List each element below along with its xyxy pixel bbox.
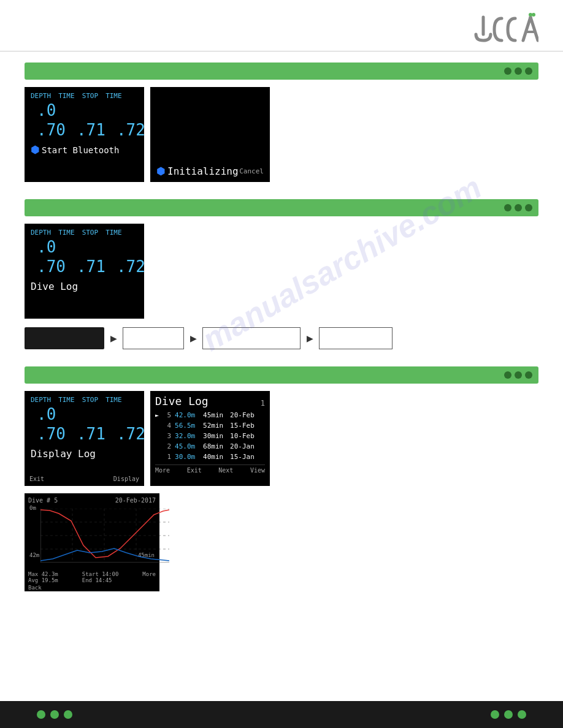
start-val: 14:00: [102, 571, 118, 577]
dot5: [515, 204, 522, 211]
dot6: [525, 204, 532, 211]
flowchart: ▶ ▶ ▶: [25, 327, 538, 349]
start-bluetooth-label: Start Bluetooth: [42, 145, 119, 155]
bottom-dot-l3: [64, 710, 72, 719]
entry-time-5: 45min: [203, 411, 226, 419]
bottom-bar: [0, 701, 563, 728]
init-text: ⬢ Initializing: [156, 165, 239, 177]
val3c: .71: [77, 425, 105, 443]
section1-bar: [25, 63, 538, 80]
stop-label: STOP: [82, 92, 99, 100]
footer-next[interactable]: Next: [218, 467, 233, 474]
section3-screens: DEPTH TIME STOP TIME .0 .70 .71 .72 Disp…: [25, 391, 538, 486]
flow-box-2: [123, 327, 184, 349]
time2-label: TIME: [105, 92, 122, 100]
start-stat: Start 14:00: [82, 571, 119, 577]
section3-bar: [25, 366, 538, 384]
dot9: [525, 371, 532, 379]
entry-num-2: 2: [163, 442, 171, 450]
flow-arrow-2: ▶: [184, 327, 202, 349]
divelog-title: Dive Log: [155, 395, 209, 408]
svg-point-5: [532, 13, 535, 17]
divelog-entry-3[interactable]: ► 3 32.0m 30min 10-Feb: [155, 431, 265, 441]
profile-panel: Dive # 5 20-Feb-2017 0m 42m 45min: [25, 493, 159, 591]
entry-date-1: 15-Jan: [230, 453, 258, 461]
screen2-val1: .0: [37, 238, 138, 256]
max-val: 42.3m: [42, 571, 58, 577]
footer-more[interactable]: More: [155, 467, 170, 474]
time-label2: TIME: [58, 229, 75, 237]
profile-header: Dive # 5 20-Feb-2017: [28, 497, 156, 504]
val3b: .71: [77, 257, 105, 276]
depth-0m: 0m: [29, 505, 36, 511]
entry-num-4: 4: [163, 422, 171, 430]
footer-exit[interactable]: Exit: [187, 467, 202, 474]
logo: [465, 11, 538, 45]
max-stat: Max 42.3m: [28, 571, 58, 577]
entry-date-2: 20-Jan: [230, 442, 258, 450]
val2c: .70: [37, 425, 66, 443]
max-label: Max: [28, 571, 38, 577]
avg-label: Avg: [28, 577, 38, 583]
profile-date: 20-Feb-2017: [115, 497, 156, 504]
bluetooth-icon: ⬢: [31, 144, 39, 156]
val4c: .72: [117, 425, 145, 443]
footer-view[interactable]: View: [250, 467, 265, 474]
more-label[interactable]: More: [142, 571, 156, 583]
section2-screens: DEPTH TIME STOP TIME .0 .70 .71 .72 Dive…: [25, 224, 538, 319]
dive-num-label: Dive #: [28, 497, 50, 504]
divelog-entry-1[interactable]: ► 1 30.0m 40min 15-Jan: [155, 452, 265, 462]
entry-time-1: 40min: [203, 453, 226, 461]
screen1-vals: .70 .71 .72: [37, 121, 138, 139]
screen3-vals: .70 .71 .72: [37, 425, 138, 443]
bottom-left-dots: [37, 710, 72, 719]
section1-screens: DEPTH TIME STOP TIME .0 .70 .71 .72 ⬢ St…: [25, 87, 538, 182]
val2: .70: [37, 121, 66, 139]
avg-val: 19.5m: [42, 577, 58, 583]
start-bluetooth-btn[interactable]: ⬢ Start Bluetooth: [31, 144, 138, 156]
init-row: ⬢ Initializing Cancel: [156, 165, 264, 177]
divelog-page: 1: [261, 399, 265, 408]
section2-bar: [25, 199, 538, 216]
exit-label[interactable]: Exit: [29, 476, 44, 482]
end-label: End: [82, 577, 92, 583]
bottom-dot-l2: [50, 710, 59, 719]
entry-date-4: 15-Feb: [230, 422, 258, 430]
bluetooth-icon2: ⬢: [156, 165, 165, 177]
entry-num-3: 3: [163, 432, 171, 440]
flow-arrow-1: ▶: [104, 327, 123, 349]
play-icon: ►: [155, 412, 159, 419]
divelog-entry-5[interactable]: ► 5 42.0m 45min 20-Feb: [155, 410, 265, 420]
dive-num: 5: [54, 497, 58, 504]
cancel-label[interactable]: Cancel: [239, 167, 264, 175]
page-header: [0, 0, 563, 51]
depth-42m: 42m: [29, 552, 39, 558]
displaylog-label: Display Log: [31, 448, 138, 460]
val4: .72: [117, 121, 145, 139]
entry-depth-3: 32.0m: [175, 432, 199, 440]
flow-box-3: [202, 327, 301, 349]
time-label: TIME: [58, 92, 75, 100]
end-val: 14:45: [95, 577, 112, 583]
back-label[interactable]: Back: [28, 585, 42, 591]
divelog-entry-2[interactable]: ► 2 45.0m 68min 20-Jan: [155, 441, 265, 452]
divelog-footer: More Exit Next View: [155, 464, 265, 474]
screen-displaylog: DEPTH TIME STOP TIME .0 .70 .71 .72 Disp…: [25, 391, 144, 486]
divelog-list-panel: Dive Log 1 ► 5 42.0m 45min 20-Feb ► 4 56…: [150, 391, 270, 486]
start-label: Start: [82, 571, 99, 577]
avg-stat: Avg 19.5m: [28, 577, 58, 583]
divelog-label: Dive Log: [31, 281, 138, 292]
display-label[interactable]: Display: [113, 476, 139, 482]
val2b: .70: [37, 257, 66, 276]
flow-arrow-3: ▶: [301, 327, 319, 349]
bottom-right-dots: [491, 710, 526, 719]
val3: .71: [77, 121, 105, 139]
screen-divelog: DEPTH TIME STOP TIME .0 .70 .71 .72 Dive…: [25, 224, 144, 319]
entry-date-3: 10-Feb: [230, 432, 258, 440]
profile-nav: Back: [28, 585, 156, 591]
divelog-entry-4[interactable]: ► 4 56.5m 52min 15-Feb: [155, 420, 265, 431]
screen1-val1: .0: [37, 101, 138, 119]
screen3-val1: .0: [37, 405, 138, 423]
section3-dots: [504, 371, 532, 379]
profile-stats: Max 42.3m Avg 19.5m Start 14:00 End 14:4…: [28, 571, 156, 583]
